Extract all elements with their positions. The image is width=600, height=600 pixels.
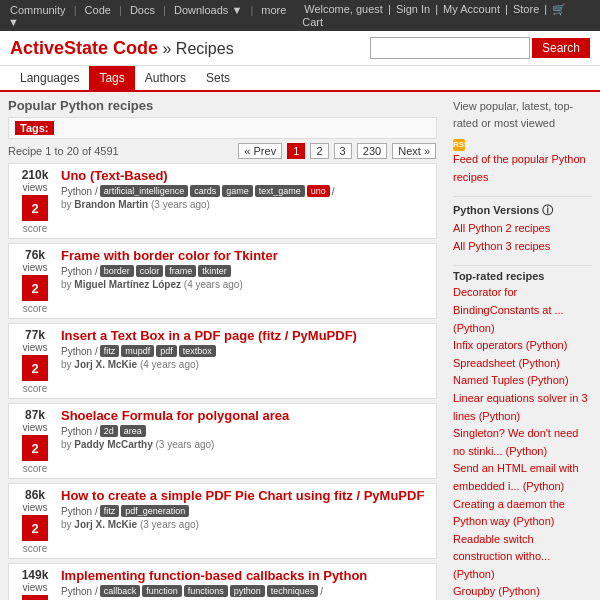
tag[interactable]: frame [165,265,196,277]
recipe-card: 149k views 2 score Implementing function… [8,563,437,600]
top-rated-item[interactable]: Groupby (Python) [453,583,592,600]
nav-myaccount[interactable]: My Account [443,3,500,15]
recipe-stats: 76k views 2 score [15,248,55,314]
views-label: views [22,342,47,353]
subnav-authors[interactable]: Authors [135,66,196,90]
sidebar-feed: RSS Feed of the popular Python recipes [453,137,592,186]
nav-code[interactable]: Code [85,4,111,16]
recipe-author: Miguel Martínez López [74,279,181,290]
top-rated-item[interactable]: Spreadsheet (Python) [453,355,592,373]
recipe-score: 2 [22,435,48,461]
recipe-title[interactable]: How to create a simple PDF Pie Chart usi… [61,488,430,503]
tag[interactable]: functions [184,585,228,597]
tag[interactable]: cards [190,185,220,197]
page-3[interactable]: 3 [334,143,352,159]
recipe-meta: by Miguel Martínez López (4 years ago) [61,279,430,290]
page-2[interactable]: 2 [310,143,328,159]
tag[interactable]: pdf_generation [121,505,189,517]
subnav-tags[interactable]: Tags [89,66,134,90]
recipe-title[interactable]: Insert a Text Box in a PDF page (fitz / … [61,328,430,343]
tag[interactable]: fitz [100,505,120,517]
tag[interactable]: 2d [100,425,118,437]
recipe-ago: (3 years ago) [140,519,199,530]
recipe-views: 86k [25,488,45,502]
pagination-info: Recipe 1 to 20 of 4591 [8,145,119,157]
tag[interactable]: textbox [179,345,216,357]
subnav-sets[interactable]: Sets [196,66,240,90]
tag[interactable]: techniques [267,585,319,597]
page-heading: Popular Python recipes [8,98,437,113]
score-label: score [23,463,47,474]
recipe-card: 87k views 2 score Shoelace Formula for p… [8,403,437,479]
recipe-meta: by Jorj X. McKie (4 years ago) [61,359,430,370]
recipe-ago: (3 years ago) [151,199,210,210]
top-rated-item[interactable]: Linear equations solver in 3 lines (Pyth… [453,390,592,425]
tag[interactable]: border [100,265,134,277]
search-input[interactable] [370,37,530,59]
recipe-tags: Python / fitz mupdf pdf textbox [61,345,430,357]
nav-downloads[interactable]: Downloads ▼ [174,4,242,16]
recipe-stats: 210k views 2 score [15,168,55,234]
nav-docs[interactable]: Docs [130,4,155,16]
tag[interactable]: color [136,265,164,277]
pagination-controls: « Prev 1 2 3 230 Next » [237,143,437,159]
tag[interactable]: function [142,585,182,597]
score-label: score [23,303,47,314]
page-last[interactable]: 230 [357,143,387,159]
site-header: ActiveState Code » Recipes Search [0,31,600,66]
tag[interactable]: tkinter [198,265,231,277]
nav-store[interactable]: Store [513,3,539,15]
recipe-score: 2 [22,515,48,541]
tags-label: Tags: [15,121,54,135]
python-versions-title: Python Versions ⓘ [453,203,592,218]
next-page[interactable]: Next » [392,143,436,159]
top-rated-item[interactable]: Creating a daemon the Python way (Python… [453,496,592,531]
tag[interactable]: text_game [255,185,305,197]
prev-page[interactable]: « Prev [238,143,282,159]
recipe-author: Brandon Martin [74,199,148,210]
recipe-body: Insert a Text Box in a PDF page (fitz / … [61,328,430,370]
nav-signin[interactable]: Sign In [396,3,430,15]
top-rated-item[interactable]: Readable switch construction witho... (P… [453,531,592,584]
recipe-meta: by Jorj X. McKie (3 years ago) [61,519,430,530]
tag[interactable]: uno [307,185,330,197]
top-rated-item[interactable]: Infix operators (Python) [453,337,592,355]
top-rated-item[interactable]: Singleton? We don't need no stinki... (P… [453,425,592,460]
nav-community[interactable]: Community [10,4,66,16]
top-rated-item[interactable]: Send an HTML email with embedded i... (P… [453,460,592,495]
python2-link[interactable]: All Python 2 recipes [453,220,592,238]
recipe-title[interactable]: Shoelace Formula for polygonal area [61,408,430,423]
tag[interactable]: fitz [100,345,120,357]
page-1[interactable]: 1 [287,143,305,159]
recipe-views: 76k [25,248,45,262]
site-name[interactable]: ActiveState Code [10,38,158,58]
search-area: Search [370,37,590,59]
tag[interactable]: artificial_intelligence [100,185,189,197]
tag[interactable]: pdf [156,345,177,357]
top-rated-item[interactable]: Decorator for BindingConstants at ... (P… [453,284,592,337]
subnav-languages[interactable]: Languages [10,66,89,90]
tag[interactable]: game [222,185,253,197]
tag[interactable]: python [230,585,265,597]
top-rated-title: Top-rated recipes [453,270,592,282]
tag[interactable]: callback [100,585,141,597]
recipe-views: 87k [25,408,45,422]
recipe-title[interactable]: Implementing function-based callbacks in… [61,568,430,583]
recipe-card: 86k views 2 score How to create a simple… [8,483,437,559]
recipe-title[interactable]: Frame with border color for Tkinter [61,248,430,263]
nav-welcome: Welcome, guest [304,3,383,15]
python3-link[interactable]: All Python 3 recipes [453,238,592,256]
view-options: View popular, latest, top-rated or most … [453,98,592,131]
tag[interactable]: mupdf [121,345,154,357]
recipe-views: 149k [22,568,49,582]
recipe-title[interactable]: Uno (Text-Based) [61,168,430,183]
content-area: Popular Python recipes Tags: Recipe 1 to… [0,92,445,600]
tag[interactable]: area [120,425,146,437]
feed-link[interactable]: Feed of the popular Python recipes [453,151,592,186]
recipe-meta: by Brandon Martin (3 years ago) [61,199,430,210]
recipe-body: Uno (Text-Based) Python / artificial_int… [61,168,430,210]
search-button[interactable]: Search [532,38,590,58]
top-navigation: Community | Code | Docs | Downloads ▼ | … [0,0,600,31]
top-rated-item[interactable]: Named Tuples (Python) [453,372,592,390]
recipe-tags: Python / fitz pdf_generation [61,505,430,517]
